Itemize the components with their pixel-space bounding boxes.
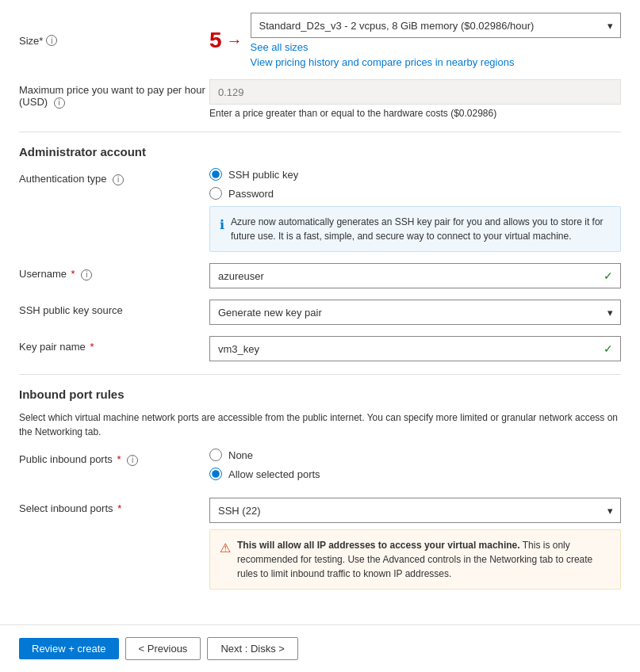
inbound-description: Select which virtual machine network por…: [19, 410, 621, 439]
view-pricing-link[interactable]: View pricing history and compare prices …: [251, 56, 621, 68]
max-price-info-icon[interactable]: i: [54, 97, 65, 109]
auth-type-label: Authentication type: [19, 173, 107, 185]
inbound-divider: [19, 374, 621, 375]
admin-account-title: Administrator account: [19, 145, 621, 158]
radio-none-input[interactable]: [209, 449, 222, 461]
warning-triangle-icon: ⚠: [220, 539, 231, 558]
select-ports-dropdown[interactable]: SSH (22): [209, 498, 621, 523]
radio-ssh-input[interactable]: [209, 168, 222, 181]
radio-allow[interactable]: Allow selected ports: [209, 468, 621, 480]
see-all-sizes-link[interactable]: See all sizes: [251, 41, 621, 53]
inbound-title: Inbound port rules: [19, 388, 621, 401]
radio-none-label: None: [228, 449, 253, 461]
key-pair-input[interactable]: [209, 336, 621, 361]
review-create-button[interactable]: Review + create: [19, 638, 119, 659]
select-ports-required-star: *: [117, 502, 121, 514]
step-number: 5: [209, 28, 222, 53]
footer-bar: Review + create < Previous Next : Disks …: [0, 624, 640, 672]
size-label: Size: [19, 35, 39, 47]
step-arrow: →: [227, 32, 243, 50]
radio-ssh-label: SSH public key: [228, 169, 298, 181]
radio-password-input[interactable]: [209, 187, 222, 200]
section-divider: [19, 132, 621, 132]
info-circle-icon: ℹ: [220, 216, 224, 235]
username-label: Username: [19, 268, 67, 280]
key-pair-label: Key pair name: [19, 341, 86, 353]
ssh-info-text: Azure now automatically generates an SSH…: [231, 215, 611, 243]
warning-box: ⚠ This will allow all IP addresses to ac…: [209, 529, 621, 590]
ssh-source-dropdown[interactable]: Generate new key pair: [209, 300, 621, 325]
public-ports-required-star: *: [117, 453, 121, 465]
warning-bold-text: This will allow all IP addresses to acce…: [237, 540, 520, 551]
size-dropdown[interactable]: Standard_D2s_v3 - 2 vcpus, 8 GiB memory …: [251, 13, 621, 38]
size-required-star: *: [39, 35, 43, 47]
auth-type-info-icon[interactable]: i: [113, 174, 124, 185]
size-info-icon[interactable]: i: [46, 35, 57, 46]
username-input[interactable]: [209, 263, 621, 288]
max-price-input[interactable]: [209, 79, 621, 105]
public-ports-label: Public inbound ports: [19, 453, 113, 465]
price-note: Enter a price greater than or equal to t…: [209, 108, 621, 119]
username-info-icon[interactable]: i: [81, 269, 92, 281]
radio-allow-input[interactable]: [209, 468, 222, 480]
warning-text: This will allow all IP addresses to acce…: [237, 538, 611, 581]
public-ports-info-icon[interactable]: i: [127, 455, 138, 466]
key-pair-required-star: *: [90, 341, 94, 353]
next-disks-button[interactable]: Next : Disks >: [207, 637, 298, 660]
radio-none[interactable]: None: [209, 449, 621, 461]
ssh-source-label: SSH public key source: [19, 304, 123, 316]
ssh-info-box: ℹ Azure now automatically generates an S…: [209, 206, 621, 252]
radio-ssh[interactable]: SSH public key: [209, 168, 621, 181]
radio-password-label: Password: [228, 188, 274, 200]
select-ports-label: Select inbound ports: [19, 502, 113, 514]
radio-password[interactable]: Password: [209, 187, 621, 200]
radio-allow-label: Allow selected ports: [228, 468, 320, 480]
max-price-label: Maximum price you want to pay per hour (…: [19, 84, 205, 108]
username-required-star: *: [71, 268, 75, 280]
previous-button[interactable]: < Previous: [125, 637, 201, 660]
